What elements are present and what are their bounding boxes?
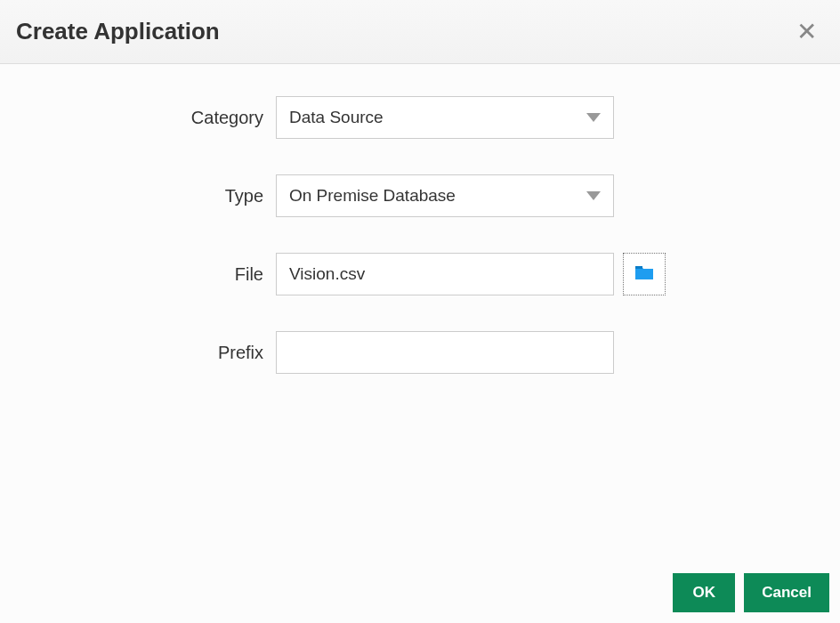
- svg-marker-1: [586, 191, 601, 200]
- row-prefix: Prefix: [0, 331, 840, 374]
- browse-button[interactable]: [623, 253, 666, 295]
- row-type: Type On Premise Database: [0, 174, 840, 217]
- label-file: File: [0, 264, 276, 285]
- svg-rect-2: [635, 266, 642, 269]
- dialog-title: Create Application: [16, 18, 220, 45]
- category-select[interactable]: Data Source: [276, 96, 614, 139]
- form-area: Category Data Source Type On Premise Dat…: [0, 64, 840, 374]
- label-category: Category: [0, 108, 276, 128]
- label-type: Type: [0, 186, 276, 206]
- close-icon[interactable]: ✕: [789, 16, 824, 48]
- row-category: Category Data Source: [0, 96, 840, 139]
- file-input[interactable]: [276, 253, 614, 295]
- ok-button[interactable]: OK: [673, 573, 735, 612]
- category-value: Data Source: [289, 108, 384, 127]
- chevron-down-icon: [586, 191, 601, 200]
- prefix-input[interactable]: [276, 331, 614, 374]
- type-select[interactable]: On Premise Database: [276, 174, 614, 217]
- type-value: On Premise Database: [289, 186, 456, 206]
- dialog-header: Create Application ✕: [0, 0, 840, 64]
- svg-marker-0: [586, 113, 601, 122]
- folder-icon: [634, 263, 655, 285]
- label-prefix: Prefix: [0, 343, 276, 363]
- dialog-footer: OK Cancel: [673, 573, 829, 612]
- cancel-button[interactable]: Cancel: [744, 573, 829, 612]
- chevron-down-icon: [586, 113, 601, 122]
- row-file: File: [0, 253, 840, 295]
